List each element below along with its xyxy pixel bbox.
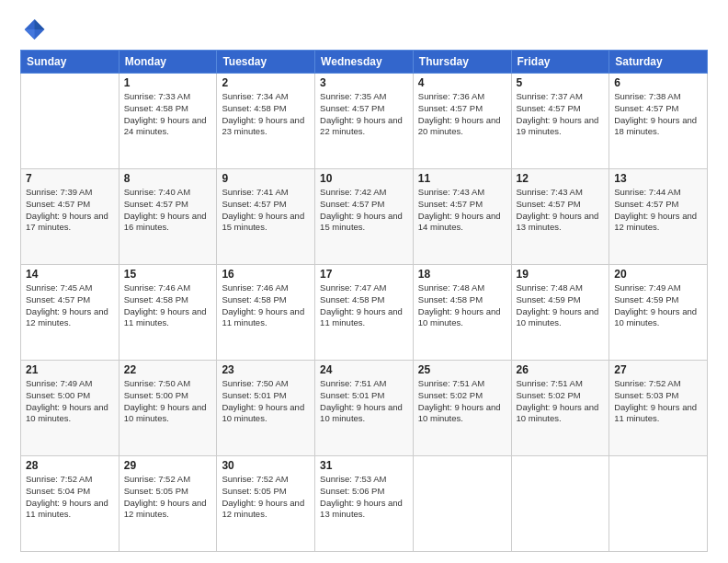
weekday-header: Friday [511, 51, 609, 74]
day-number: 7 [26, 172, 114, 185]
day-info: Sunrise: 7:40 AM Sunset: 4:57 PM Dayligh… [124, 187, 212, 234]
calendar-cell: 12Sunrise: 7:43 AM Sunset: 4:57 PM Dayli… [511, 169, 609, 265]
day-info: Sunrise: 7:45 AM Sunset: 4:57 PM Dayligh… [26, 282, 114, 329]
day-info: Sunrise: 7:44 AM Sunset: 4:57 PM Dayligh… [614, 187, 702, 234]
day-info: Sunrise: 7:52 AM Sunset: 5:03 PM Dayligh… [614, 378, 702, 425]
day-number: 11 [418, 172, 506, 185]
day-info: Sunrise: 7:51 AM Sunset: 5:01 PM Dayligh… [320, 378, 408, 425]
calendar-cell: 11Sunrise: 7:43 AM Sunset: 4:57 PM Dayli… [413, 169, 511, 265]
calendar-cell: 6Sunrise: 7:38 AM Sunset: 4:57 PM Daylig… [609, 74, 708, 169]
calendar-cell: 18Sunrise: 7:48 AM Sunset: 4:58 PM Dayli… [413, 265, 511, 361]
day-number: 5 [517, 76, 605, 89]
calendar-cell: 3Sunrise: 7:35 AM Sunset: 4:57 PM Daylig… [315, 74, 414, 169]
day-number: 13 [614, 172, 702, 185]
day-info: Sunrise: 7:53 AM Sunset: 5:06 PM Dayligh… [320, 474, 408, 521]
calendar-cell: 13Sunrise: 7:44 AM Sunset: 4:57 PM Dayli… [609, 169, 708, 265]
day-number: 15 [124, 268, 212, 281]
day-number: 28 [26, 459, 114, 472]
calendar-cell: 10Sunrise: 7:42 AM Sunset: 4:57 PM Dayli… [315, 169, 414, 265]
day-number: 25 [418, 363, 506, 376]
weekday-header: Monday [119, 51, 217, 74]
calendar-cell: 23Sunrise: 7:50 AM Sunset: 5:01 PM Dayli… [217, 361, 315, 456]
calendar-cell: 19Sunrise: 7:48 AM Sunset: 4:59 PM Dayli… [511, 265, 609, 361]
day-number: 27 [614, 363, 702, 376]
calendar-week-row: 7Sunrise: 7:39 AM Sunset: 4:57 PM Daylig… [21, 169, 708, 265]
day-number: 21 [26, 363, 114, 376]
day-info: Sunrise: 7:50 AM Sunset: 5:01 PM Dayligh… [222, 378, 310, 425]
calendar-cell: 2Sunrise: 7:34 AM Sunset: 4:58 PM Daylig… [217, 74, 315, 169]
day-info: Sunrise: 7:36 AM Sunset: 4:57 PM Dayligh… [418, 91, 506, 138]
calendar-cell: 4Sunrise: 7:36 AM Sunset: 4:57 PM Daylig… [413, 74, 511, 169]
day-number: 30 [222, 459, 310, 472]
day-number: 23 [222, 363, 310, 376]
calendar-cell: 5Sunrise: 7:37 AM Sunset: 4:57 PM Daylig… [511, 74, 609, 169]
day-number: 9 [222, 172, 310, 185]
calendar-week-row: 14Sunrise: 7:45 AM Sunset: 4:57 PM Dayli… [21, 265, 708, 361]
day-info: Sunrise: 7:49 AM Sunset: 4:59 PM Dayligh… [614, 282, 702, 329]
calendar-cell: 17Sunrise: 7:47 AM Sunset: 4:58 PM Dayli… [315, 265, 414, 361]
calendar-cell: 14Sunrise: 7:45 AM Sunset: 4:57 PM Dayli… [21, 265, 119, 361]
page: SundayMondayTuesdayWednesdayThursdayFrid… [0, 0, 728, 563]
calendar-cell [21, 74, 119, 169]
calendar-cell: 24Sunrise: 7:51 AM Sunset: 5:01 PM Dayli… [315, 361, 414, 456]
day-info: Sunrise: 7:51 AM Sunset: 5:02 PM Dayligh… [418, 378, 506, 425]
calendar-week-row: 28Sunrise: 7:52 AM Sunset: 5:04 PM Dayli… [21, 456, 708, 552]
svg-marker-2 [25, 29, 35, 40]
day-info: Sunrise: 7:34 AM Sunset: 4:58 PM Dayligh… [222, 91, 310, 138]
calendar-cell: 7Sunrise: 7:39 AM Sunset: 4:57 PM Daylig… [21, 169, 119, 265]
calendar-cell: 21Sunrise: 7:49 AM Sunset: 5:00 PM Dayli… [21, 361, 119, 456]
calendar-cell [609, 456, 708, 552]
calendar-week-row: 1Sunrise: 7:33 AM Sunset: 4:58 PM Daylig… [21, 74, 708, 169]
day-number: 12 [517, 172, 605, 185]
day-info: Sunrise: 7:37 AM Sunset: 4:57 PM Dayligh… [517, 91, 605, 138]
calendar-cell: 9Sunrise: 7:41 AM Sunset: 4:57 PM Daylig… [217, 169, 315, 265]
day-info: Sunrise: 7:35 AM Sunset: 4:57 PM Dayligh… [320, 91, 408, 138]
calendar-cell: 27Sunrise: 7:52 AM Sunset: 5:03 PM Dayli… [609, 361, 708, 456]
calendar-cell: 25Sunrise: 7:51 AM Sunset: 5:02 PM Dayli… [413, 361, 511, 456]
day-info: Sunrise: 7:46 AM Sunset: 4:58 PM Dayligh… [222, 282, 310, 329]
day-info: Sunrise: 7:33 AM Sunset: 4:58 PM Dayligh… [124, 91, 212, 138]
calendar-table: SundayMondayTuesdayWednesdayThursdayFrid… [20, 50, 708, 552]
day-info: Sunrise: 7:38 AM Sunset: 4:57 PM Dayligh… [614, 91, 702, 138]
weekday-header: Wednesday [315, 51, 414, 74]
day-info: Sunrise: 7:47 AM Sunset: 4:58 PM Dayligh… [320, 282, 408, 329]
day-number: 19 [517, 268, 605, 281]
day-info: Sunrise: 7:51 AM Sunset: 5:02 PM Dayligh… [517, 378, 605, 425]
calendar-cell: 20Sunrise: 7:49 AM Sunset: 4:59 PM Dayli… [609, 265, 708, 361]
day-number: 20 [614, 268, 702, 281]
calendar-cell: 8Sunrise: 7:40 AM Sunset: 4:57 PM Daylig… [119, 169, 217, 265]
day-info: Sunrise: 7:52 AM Sunset: 5:05 PM Dayligh… [222, 474, 310, 521]
day-number: 17 [320, 268, 408, 281]
day-number: 29 [124, 459, 212, 472]
day-number: 3 [320, 76, 408, 89]
calendar-cell: 30Sunrise: 7:52 AM Sunset: 5:05 PM Dayli… [217, 456, 315, 552]
day-info: Sunrise: 7:43 AM Sunset: 4:57 PM Dayligh… [418, 187, 506, 234]
calendar-cell: 16Sunrise: 7:46 AM Sunset: 4:58 PM Dayli… [217, 265, 315, 361]
day-info: Sunrise: 7:39 AM Sunset: 4:57 PM Dayligh… [26, 187, 114, 234]
day-number: 26 [517, 363, 605, 376]
calendar-cell: 22Sunrise: 7:50 AM Sunset: 5:00 PM Dayli… [119, 361, 217, 456]
calendar-cell: 28Sunrise: 7:52 AM Sunset: 5:04 PM Dayli… [21, 456, 119, 552]
day-number: 6 [614, 76, 702, 89]
day-number: 18 [418, 268, 506, 281]
day-number: 2 [222, 76, 310, 89]
day-info: Sunrise: 7:50 AM Sunset: 5:00 PM Dayligh… [124, 378, 212, 425]
svg-marker-1 [35, 19, 45, 29]
day-number: 16 [222, 268, 310, 281]
day-number: 10 [320, 172, 408, 185]
day-number: 22 [124, 363, 212, 376]
day-number: 8 [124, 172, 212, 185]
day-info: Sunrise: 7:49 AM Sunset: 5:00 PM Dayligh… [26, 378, 114, 425]
day-info: Sunrise: 7:48 AM Sunset: 4:58 PM Dayligh… [418, 282, 506, 329]
logo-icon [20, 17, 46, 42]
day-info: Sunrise: 7:52 AM Sunset: 5:04 PM Dayligh… [26, 474, 114, 521]
top-section [20, 17, 708, 42]
day-number: 14 [26, 268, 114, 281]
day-number: 31 [320, 459, 408, 472]
day-info: Sunrise: 7:46 AM Sunset: 4:58 PM Dayligh… [124, 282, 212, 329]
calendar-cell: 26Sunrise: 7:51 AM Sunset: 5:02 PM Dayli… [511, 361, 609, 456]
day-info: Sunrise: 7:42 AM Sunset: 4:57 PM Dayligh… [320, 187, 408, 234]
weekday-header: Saturday [609, 51, 708, 74]
calendar-week-row: 21Sunrise: 7:49 AM Sunset: 5:00 PM Dayli… [21, 361, 708, 456]
day-number: 1 [124, 76, 212, 89]
